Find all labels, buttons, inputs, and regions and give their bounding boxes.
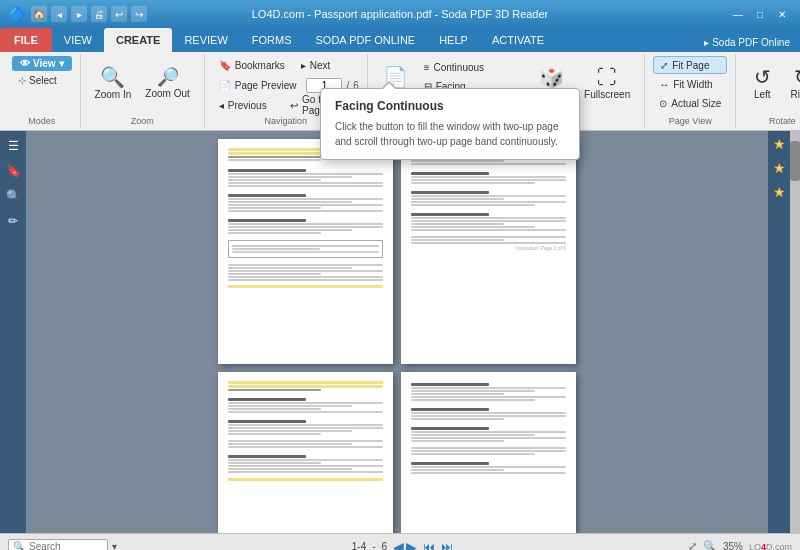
page-view-content: ⤢ Fit Page ↔ Fit Width ⊙ Actual Size xyxy=(653,56,727,114)
zoom-out-icon: 🔎 xyxy=(157,68,179,86)
minimize-app-icon[interactable]: 🏠 xyxy=(31,6,47,22)
title-bar: 🔷 🏠 ◂ ▸ 🖨 ↩ ↪ LO4D.com - Passport applic… xyxy=(0,0,800,28)
fullscreen-label: Fullscreen xyxy=(584,89,630,100)
sidebar-tool-search[interactable]: 🔍 xyxy=(2,185,24,207)
page-separator: - xyxy=(372,541,375,550)
page-preview-label: Page Preview xyxy=(235,80,297,91)
view-label: View xyxy=(33,58,56,69)
eye-icon: 👁 xyxy=(20,58,30,69)
nav-forward-icon[interactable]: ▸ xyxy=(71,6,87,22)
tooltip-title: Facing Continuous xyxy=(335,99,565,113)
tab-file[interactable]: FILE xyxy=(0,28,52,52)
dropdown-arrow-icon: ▾ xyxy=(59,58,64,69)
redo-icon[interactable]: ↪ xyxy=(131,6,147,22)
status-left: 🔍 ▾ xyxy=(8,539,117,550)
continuous-label: Continuous xyxy=(433,62,484,73)
select-mode-button[interactable]: ⊹ Select xyxy=(12,73,72,88)
zoom-in-icon: 🔍 xyxy=(100,67,125,87)
next-label: Next xyxy=(310,60,331,71)
fullscreen-icon: ⛶ xyxy=(597,67,617,87)
rotate-right-label: Right xyxy=(791,89,800,100)
status-bar: 🔍 ▾ 1-4 - 6 ◀ ▶ ⏮ ⏭ ⤢ 🔍 35% LO4D.com xyxy=(0,533,800,550)
facing-continuous-tooltip: Facing Continuous Click the button to fi… xyxy=(320,88,580,160)
fullscreen-button[interactable]: ⛶ Fullscreen xyxy=(578,56,636,110)
tab-help[interactable]: HELP xyxy=(427,28,480,52)
title-bar-left: 🔷 🏠 ◂ ▸ 🖨 ↩ ↪ xyxy=(8,6,147,22)
search-bar[interactable]: 🔍 xyxy=(8,539,108,550)
modes-content: 👁 View ▾ ⊹ Select xyxy=(12,56,72,114)
fit-window-icon[interactable]: ⤢ xyxy=(688,540,697,550)
ribbon-group-rotate: ↺ Left ↻ Right Rotate xyxy=(736,54,800,128)
print-icon[interactable]: 🖨 xyxy=(91,6,107,22)
previous-button[interactable]: ◂ Previous xyxy=(213,96,280,114)
sidebar-tool-bookmark[interactable]: 🔖 xyxy=(2,160,24,182)
right-tool-star1[interactable]: ★ xyxy=(770,135,788,153)
maximize-button[interactable]: □ xyxy=(750,6,770,22)
fit-page-button[interactable]: ⤢ Fit Page xyxy=(653,56,727,74)
tab-activate[interactable]: ACTIVATE xyxy=(480,28,556,52)
status-right: ⤢ 🔍 35% LO4D.com xyxy=(688,540,792,550)
page-range: 1-4 xyxy=(352,541,366,550)
fit-width-button[interactable]: ↔ Fit Width xyxy=(653,75,727,93)
close-button[interactable]: ✕ xyxy=(772,6,792,22)
zoom-in-button[interactable]: 🔍 Zoom In xyxy=(89,56,138,110)
last-page-icon[interactable]: ⏭ xyxy=(441,540,453,551)
right-tool-star3[interactable]: ★ xyxy=(770,183,788,201)
previous-icon: ◂ xyxy=(219,100,224,111)
window-controls: — □ ✕ xyxy=(728,6,792,22)
scroll-thumb[interactable] xyxy=(790,141,800,181)
continuous-icon: ≡ xyxy=(424,62,430,73)
tooltip-arrow-inner xyxy=(381,83,397,91)
rotate-group-label: Rotate xyxy=(744,116,800,126)
actual-size-button[interactable]: ⊙ Actual Size xyxy=(653,94,727,112)
previous-label: Previous xyxy=(228,100,267,111)
fit-page-label: Fit Page xyxy=(672,60,709,71)
view-mode-button[interactable]: 👁 View ▾ xyxy=(12,56,72,71)
undo-icon[interactable]: ↩ xyxy=(111,6,127,22)
status-center: 1-4 - 6 ◀ ▶ ⏮ ⏭ xyxy=(352,539,453,551)
right-tool-star2[interactable]: ★ xyxy=(770,159,788,177)
vertical-scrollbar[interactable] xyxy=(790,131,800,533)
pdf-page-row-2 xyxy=(218,372,576,533)
search-input[interactable] xyxy=(29,541,99,550)
tab-forms[interactable]: FORMS xyxy=(240,28,304,52)
threed-icon: 🎲 xyxy=(539,67,564,87)
pdf-area[interactable]: Instruction Page 2 of 6 xyxy=(26,131,768,533)
page-preview-button[interactable]: 📄 Page Preview xyxy=(213,76,303,94)
search-down-icon[interactable]: ▾ xyxy=(112,541,117,550)
actual-size-icon: ⊙ xyxy=(659,98,667,109)
zoom-out-button[interactable]: 🔎 Zoom Out xyxy=(139,56,195,110)
page-preview-icon: 📄 xyxy=(219,80,231,91)
goto-icon: ↩ xyxy=(290,100,298,111)
actual-size-label: Actual Size xyxy=(671,98,721,109)
rotate-left-button[interactable]: ↺ Left xyxy=(744,56,780,110)
soda-online-link[interactable]: ▸ Soda PDF Online xyxy=(694,33,800,52)
tab-soda-online[interactable]: SODA PDF ONLINE xyxy=(304,28,428,52)
total-pages-status: 6 xyxy=(382,541,388,550)
minimize-button[interactable]: — xyxy=(728,6,748,22)
next-button[interactable]: ▸ Next xyxy=(295,56,337,74)
rotate-left-icon: ↺ xyxy=(754,67,771,87)
rotate-right-button[interactable]: ↻ Right xyxy=(784,56,800,110)
nav-back-icon[interactable]: ◂ xyxy=(51,6,67,22)
tooltip-description: Click the button to fill the window with… xyxy=(335,119,565,149)
status-next-arrow[interactable]: ▶ xyxy=(406,539,417,551)
rotate-right-icon: ↻ xyxy=(794,67,800,87)
tab-review[interactable]: REVIEW xyxy=(172,28,239,52)
zoom-in-label: Zoom In xyxy=(95,89,132,100)
sidebar-tool-annotate[interactable]: ✏ xyxy=(2,210,24,232)
zoom-level-icon[interactable]: 🔍 xyxy=(703,540,717,550)
tab-view[interactable]: VIEW xyxy=(52,28,104,52)
continuous-button[interactable]: ≡ Continuous xyxy=(418,58,525,76)
pdf-page-1 xyxy=(218,139,393,364)
zoom-group-label: Zoom xyxy=(89,116,196,126)
bookmarks-button[interactable]: 🔖 Bookmarks xyxy=(213,56,291,74)
first-page-icon[interactable]: ⏮ xyxy=(423,540,435,551)
sidebar-tool-menu[interactable]: ☰ xyxy=(2,135,24,157)
status-prev-arrow[interactable]: ◀ xyxy=(393,539,404,551)
nav-arrows: ◀ ▶ xyxy=(393,539,417,551)
tab-create[interactable]: CREATE xyxy=(104,28,172,52)
zoom-content: 🔍 Zoom In 🔎 Zoom Out xyxy=(89,56,196,114)
fit-page-icon: ⤢ xyxy=(660,60,668,71)
pdf-page-4 xyxy=(401,372,576,533)
